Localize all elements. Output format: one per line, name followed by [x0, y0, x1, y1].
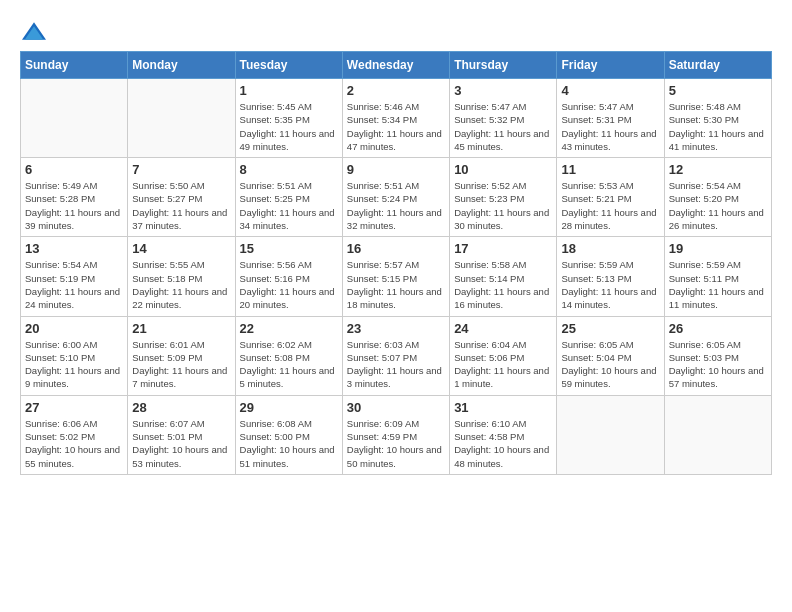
- day-info: Sunrise: 5:54 AMSunset: 5:20 PMDaylight:…: [669, 179, 767, 232]
- day-number: 6: [25, 162, 123, 177]
- day-number: 19: [669, 241, 767, 256]
- weekday-header: Sunday: [21, 52, 128, 79]
- calendar-day-cell: 29Sunrise: 6:08 AMSunset: 5:00 PMDayligh…: [235, 395, 342, 474]
- calendar-day-cell: [128, 79, 235, 158]
- day-info: Sunrise: 5:45 AMSunset: 5:35 PMDaylight:…: [240, 100, 338, 153]
- calendar-day-cell: [21, 79, 128, 158]
- day-info: Sunrise: 5:59 AMSunset: 5:11 PMDaylight:…: [669, 258, 767, 311]
- day-info: Sunrise: 5:54 AMSunset: 5:19 PMDaylight:…: [25, 258, 123, 311]
- calendar-day-cell: 14Sunrise: 5:55 AMSunset: 5:18 PMDayligh…: [128, 237, 235, 316]
- calendar-week-row: 6Sunrise: 5:49 AMSunset: 5:28 PMDaylight…: [21, 158, 772, 237]
- day-number: 17: [454, 241, 552, 256]
- weekday-header: Saturday: [664, 52, 771, 79]
- day-number: 21: [132, 321, 230, 336]
- day-info: Sunrise: 6:07 AMSunset: 5:01 PMDaylight:…: [132, 417, 230, 470]
- day-number: 24: [454, 321, 552, 336]
- calendar-day-cell: 9Sunrise: 5:51 AMSunset: 5:24 PMDaylight…: [342, 158, 449, 237]
- weekday-header: Wednesday: [342, 52, 449, 79]
- calendar-week-row: 1Sunrise: 5:45 AMSunset: 5:35 PMDaylight…: [21, 79, 772, 158]
- calendar-day-cell: 4Sunrise: 5:47 AMSunset: 5:31 PMDaylight…: [557, 79, 664, 158]
- calendar-day-cell: [664, 395, 771, 474]
- day-info: Sunrise: 5:47 AMSunset: 5:31 PMDaylight:…: [561, 100, 659, 153]
- calendar-day-cell: 13Sunrise: 5:54 AMSunset: 5:19 PMDayligh…: [21, 237, 128, 316]
- day-number: 15: [240, 241, 338, 256]
- calendar-day-cell: 23Sunrise: 6:03 AMSunset: 5:07 PMDayligh…: [342, 316, 449, 395]
- weekday-header: Tuesday: [235, 52, 342, 79]
- day-info: Sunrise: 6:04 AMSunset: 5:06 PMDaylight:…: [454, 338, 552, 391]
- calendar-day-cell: 16Sunrise: 5:57 AMSunset: 5:15 PMDayligh…: [342, 237, 449, 316]
- calendar-table: SundayMondayTuesdayWednesdayThursdayFrid…: [20, 51, 772, 475]
- day-info: Sunrise: 6:02 AMSunset: 5:08 PMDaylight:…: [240, 338, 338, 391]
- day-number: 8: [240, 162, 338, 177]
- calendar-day-cell: 15Sunrise: 5:56 AMSunset: 5:16 PMDayligh…: [235, 237, 342, 316]
- day-number: 30: [347, 400, 445, 415]
- day-info: Sunrise: 5:46 AMSunset: 5:34 PMDaylight:…: [347, 100, 445, 153]
- day-info: Sunrise: 6:06 AMSunset: 5:02 PMDaylight:…: [25, 417, 123, 470]
- calendar-day-cell: 2Sunrise: 5:46 AMSunset: 5:34 PMDaylight…: [342, 79, 449, 158]
- calendar-day-cell: [557, 395, 664, 474]
- calendar-header-row: SundayMondayTuesdayWednesdayThursdayFrid…: [21, 52, 772, 79]
- calendar-day-cell: 26Sunrise: 6:05 AMSunset: 5:03 PMDayligh…: [664, 316, 771, 395]
- day-info: Sunrise: 5:53 AMSunset: 5:21 PMDaylight:…: [561, 179, 659, 232]
- day-info: Sunrise: 6:10 AMSunset: 4:58 PMDaylight:…: [454, 417, 552, 470]
- calendar-day-cell: 17Sunrise: 5:58 AMSunset: 5:14 PMDayligh…: [450, 237, 557, 316]
- calendar-day-cell: 19Sunrise: 5:59 AMSunset: 5:11 PMDayligh…: [664, 237, 771, 316]
- day-number: 2: [347, 83, 445, 98]
- calendar-day-cell: 25Sunrise: 6:05 AMSunset: 5:04 PMDayligh…: [557, 316, 664, 395]
- day-info: Sunrise: 5:51 AMSunset: 5:24 PMDaylight:…: [347, 179, 445, 232]
- day-number: 9: [347, 162, 445, 177]
- calendar-day-cell: 5Sunrise: 5:48 AMSunset: 5:30 PMDaylight…: [664, 79, 771, 158]
- calendar-day-cell: 30Sunrise: 6:09 AMSunset: 4:59 PMDayligh…: [342, 395, 449, 474]
- day-info: Sunrise: 6:01 AMSunset: 5:09 PMDaylight:…: [132, 338, 230, 391]
- day-number: 16: [347, 241, 445, 256]
- calendar-day-cell: 12Sunrise: 5:54 AMSunset: 5:20 PMDayligh…: [664, 158, 771, 237]
- day-number: 1: [240, 83, 338, 98]
- calendar-day-cell: 31Sunrise: 6:10 AMSunset: 4:58 PMDayligh…: [450, 395, 557, 474]
- day-info: Sunrise: 5:50 AMSunset: 5:27 PMDaylight:…: [132, 179, 230, 232]
- day-number: 10: [454, 162, 552, 177]
- calendar-day-cell: 11Sunrise: 5:53 AMSunset: 5:21 PMDayligh…: [557, 158, 664, 237]
- day-info: Sunrise: 6:08 AMSunset: 5:00 PMDaylight:…: [240, 417, 338, 470]
- day-info: Sunrise: 5:49 AMSunset: 5:28 PMDaylight:…: [25, 179, 123, 232]
- day-info: Sunrise: 5:47 AMSunset: 5:32 PMDaylight:…: [454, 100, 552, 153]
- day-number: 22: [240, 321, 338, 336]
- day-number: 7: [132, 162, 230, 177]
- calendar-week-row: 13Sunrise: 5:54 AMSunset: 5:19 PMDayligh…: [21, 237, 772, 316]
- day-info: Sunrise: 6:09 AMSunset: 4:59 PMDaylight:…: [347, 417, 445, 470]
- calendar-week-row: 20Sunrise: 6:00 AMSunset: 5:10 PMDayligh…: [21, 316, 772, 395]
- day-number: 14: [132, 241, 230, 256]
- day-number: 13: [25, 241, 123, 256]
- day-info: Sunrise: 5:51 AMSunset: 5:25 PMDaylight:…: [240, 179, 338, 232]
- calendar-day-cell: 6Sunrise: 5:49 AMSunset: 5:28 PMDaylight…: [21, 158, 128, 237]
- calendar-day-cell: 21Sunrise: 6:01 AMSunset: 5:09 PMDayligh…: [128, 316, 235, 395]
- weekday-header: Friday: [557, 52, 664, 79]
- calendar-day-cell: 8Sunrise: 5:51 AMSunset: 5:25 PMDaylight…: [235, 158, 342, 237]
- calendar-day-cell: 24Sunrise: 6:04 AMSunset: 5:06 PMDayligh…: [450, 316, 557, 395]
- day-info: Sunrise: 5:58 AMSunset: 5:14 PMDaylight:…: [454, 258, 552, 311]
- weekday-header: Thursday: [450, 52, 557, 79]
- day-info: Sunrise: 6:03 AMSunset: 5:07 PMDaylight:…: [347, 338, 445, 391]
- day-info: Sunrise: 5:48 AMSunset: 5:30 PMDaylight:…: [669, 100, 767, 153]
- calendar-day-cell: 28Sunrise: 6:07 AMSunset: 5:01 PMDayligh…: [128, 395, 235, 474]
- day-info: Sunrise: 5:59 AMSunset: 5:13 PMDaylight:…: [561, 258, 659, 311]
- day-number: 12: [669, 162, 767, 177]
- day-number: 18: [561, 241, 659, 256]
- day-number: 23: [347, 321, 445, 336]
- weekday-header: Monday: [128, 52, 235, 79]
- day-number: 4: [561, 83, 659, 98]
- day-info: Sunrise: 6:05 AMSunset: 5:04 PMDaylight:…: [561, 338, 659, 391]
- calendar-day-cell: 18Sunrise: 5:59 AMSunset: 5:13 PMDayligh…: [557, 237, 664, 316]
- calendar-day-cell: 27Sunrise: 6:06 AMSunset: 5:02 PMDayligh…: [21, 395, 128, 474]
- day-number: 25: [561, 321, 659, 336]
- day-info: Sunrise: 6:05 AMSunset: 5:03 PMDaylight:…: [669, 338, 767, 391]
- day-number: 5: [669, 83, 767, 98]
- day-info: Sunrise: 5:52 AMSunset: 5:23 PMDaylight:…: [454, 179, 552, 232]
- day-number: 20: [25, 321, 123, 336]
- calendar-day-cell: 10Sunrise: 5:52 AMSunset: 5:23 PMDayligh…: [450, 158, 557, 237]
- day-info: Sunrise: 6:00 AMSunset: 5:10 PMDaylight:…: [25, 338, 123, 391]
- day-number: 3: [454, 83, 552, 98]
- calendar-day-cell: 22Sunrise: 6:02 AMSunset: 5:08 PMDayligh…: [235, 316, 342, 395]
- day-number: 31: [454, 400, 552, 415]
- day-number: 29: [240, 400, 338, 415]
- logo-icon: [20, 21, 48, 41]
